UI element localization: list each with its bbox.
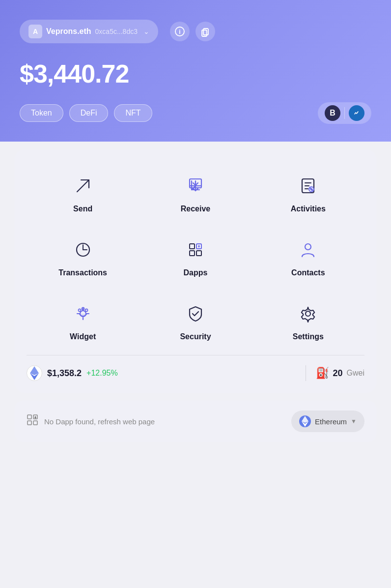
send-label: Send (73, 205, 92, 213)
dapps-label: Dapps (184, 268, 208, 277)
action-transactions[interactable]: Transactions (27, 229, 139, 285)
ethereum-icon (299, 415, 311, 427)
svg-point-25 (305, 244, 311, 250)
svg-line-5 (77, 180, 89, 192)
svg-rect-24 (196, 251, 201, 256)
main-card: Send Receive (15, 149, 376, 393)
action-receive[interactable]: Receive (139, 165, 251, 221)
transactions-label: Transactions (58, 268, 107, 277)
tab-nft[interactable]: NFT (114, 104, 152, 122)
action-contacts[interactable]: Contacts (252, 229, 364, 285)
wallet-name: Veprons.eth (46, 27, 91, 36)
network-label: Ethereum (315, 417, 347, 426)
tab-token[interactable]: Token (20, 104, 63, 122)
svg-rect-21 (190, 244, 195, 249)
svg-rect-39 (28, 421, 31, 425)
widget-label: Widget (70, 332, 96, 341)
activities-label: Activities (291, 205, 326, 213)
svg-marker-35 (30, 366, 39, 375)
network-chevron-icon: ▼ (351, 418, 357, 425)
brand-logo-chart (349, 105, 364, 121)
asset-tabs: Token DeFi NFT (20, 104, 152, 122)
svg-rect-3 (202, 30, 207, 36)
settings-icon (295, 301, 321, 326)
widget-icon (70, 301, 96, 326)
svg-rect-23 (190, 251, 195, 256)
svg-point-31 (78, 309, 81, 312)
tabs-row: Token DeFi NFT B (20, 102, 371, 124)
svg-rect-37 (28, 415, 31, 419)
action-security[interactable]: Security (139, 293, 251, 349)
svg-marker-41 (302, 416, 308, 423)
svg-point-33 (85, 309, 87, 312)
brand-divider (344, 107, 345, 119)
address-pill[interactable]: A Veprons.eth 0xca5c...8dc3 ⌄ (20, 20, 158, 43)
security-label: Security (180, 332, 211, 341)
settings-label: Settings (293, 332, 324, 341)
eth-price: $1,358.2 (47, 368, 82, 379)
copy-button[interactable] (196, 22, 215, 41)
eth-price-section: $1,358.2 +12.95% (27, 365, 296, 381)
eth-change: +12.95% (86, 369, 118, 378)
contacts-label: Contacts (291, 268, 325, 277)
eth-logo (27, 365, 42, 381)
svg-point-34 (306, 311, 310, 316)
gas-pump-icon: ⛽ (316, 367, 329, 380)
wallet-address: 0xca5c...8dc3 (95, 28, 138, 35)
header-actions: i (170, 22, 215, 41)
action-activities[interactable]: Activities (252, 165, 364, 221)
tab-defi[interactable]: DeFi (69, 104, 109, 122)
actions-grid: Send Receive (27, 165, 364, 349)
security-icon (183, 301, 208, 326)
address-bar: A Veprons.eth 0xca5c...8dc3 ⌄ i (20, 20, 371, 43)
wallet-balance: $3,440.72 (20, 59, 371, 88)
wallet-avatar: A (28, 25, 42, 38)
action-send[interactable]: Send (27, 165, 139, 221)
dapps-icon (183, 237, 208, 263)
header-section: A Veprons.eth 0xca5c...8dc3 ⌄ i $3,440.7… (0, 0, 391, 142)
network-selector[interactable]: Ethereum ▼ (291, 411, 364, 432)
brand-logo-b: B (325, 105, 340, 121)
action-settings[interactable]: Settings (252, 293, 364, 349)
svg-rect-40 (33, 421, 37, 425)
receive-icon (183, 173, 208, 199)
ticker-divider (306, 365, 306, 381)
gas-section: ⛽ 20 Gwei (316, 367, 364, 380)
transactions-icon (70, 237, 96, 263)
send-icon (70, 173, 96, 199)
chevron-down-icon: ⌄ (143, 28, 149, 35)
no-dapp-text: No Dapp found, refresh web page (44, 417, 155, 426)
dapp-left: No Dapp found, refresh web page (27, 414, 155, 429)
ticker-bar: $1,358.2 +12.95% ⛽ 20 Gwei (27, 355, 364, 381)
gas-unit: Gwei (347, 369, 364, 378)
activities-icon (295, 173, 321, 199)
brand-logos: B (318, 102, 371, 124)
receive-label: Receive (181, 205, 211, 213)
dapp-bar: No Dapp found, refresh web page Ethereum… (15, 401, 376, 442)
svg-text:i: i (179, 29, 180, 35)
action-widget[interactable]: Widget (27, 293, 139, 349)
contacts-icon (295, 237, 321, 263)
info-button[interactable]: i (170, 22, 190, 41)
action-dapps[interactable]: Dapps (139, 229, 251, 285)
dapps-grid-icon (27, 414, 38, 429)
gas-value: 20 (333, 368, 343, 379)
